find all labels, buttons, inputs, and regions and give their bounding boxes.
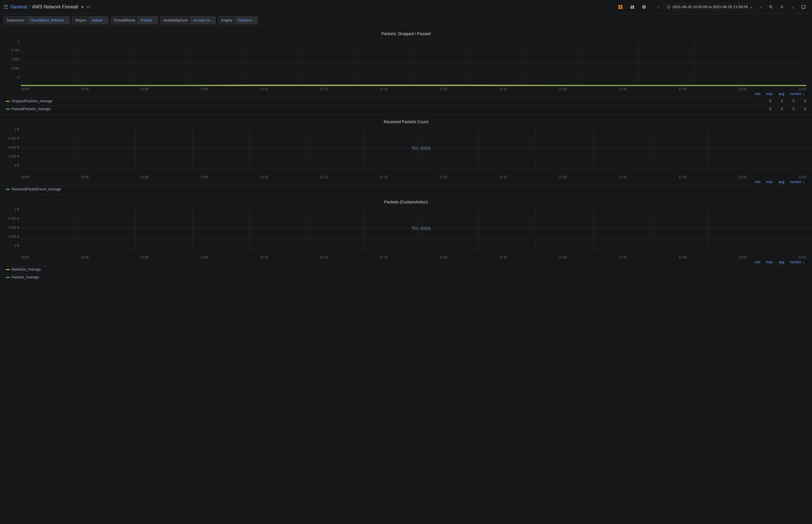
svg-text:No data: No data	[412, 145, 431, 151]
filter-availabilityzone[interactable]: AvailabilityZone us-east-1a ⌄	[160, 16, 216, 24]
filter-firewallname-value[interactable]: firewall ⌄	[138, 16, 158, 24]
chart1-legend-passed: PassedPackets_Average 0 0 0 0	[6, 105, 806, 112]
chart3-x-axis: 10:50 10:55 11:00 11:05 11:10 11:15 11:2…	[6, 256, 806, 259]
add-panel-button[interactable]	[615, 3, 626, 11]
stat2-header-max: max	[766, 180, 773, 184]
filter-firewallname-label: FirewallName	[111, 16, 138, 24]
filter-availabilityzone-value[interactable]: us-east-1a ⌄	[191, 16, 216, 24]
stat2-header-current[interactable]: current ⌄	[790, 180, 805, 184]
stat-header-min: min	[755, 92, 760, 96]
legend-received-label: ReceivedPacketCount_Average	[12, 187, 61, 191]
filter-firewallname[interactable]: FirewallName firewall ⌄	[111, 16, 158, 24]
filter-engine[interactable]: Engine Stateless ⌄	[218, 16, 258, 24]
svg-rect-0	[618, 5, 620, 7]
filter-datasource-label: Datasource	[3, 16, 27, 24]
svg-rect-2	[618, 7, 620, 9]
svg-rect-3	[621, 7, 622, 9]
stat-header-current[interactable]: current ⌄	[790, 92, 805, 96]
refresh-button[interactable]: ↻	[778, 3, 786, 11]
legend-passed-stats: 0 0 0 0	[765, 107, 806, 111]
share-icon[interactable]: ⇄	[87, 4, 91, 10]
chart1-area: 1 0.750 0.500 0.250 0	[6, 39, 806, 86]
main-content: Packets: Dropped / Passed 1 0.750 0.500 …	[0, 27, 812, 283]
chart3-svg: No data	[21, 208, 812, 249]
breadcrumb-current: AWS Network Firewall	[32, 4, 78, 10]
dropped-current: 0	[800, 99, 806, 103]
chart3-inner: No data	[21, 208, 812, 250]
chart2-area: 1 B 0.750 B 0.500 B 0.250 B 0 B	[6, 128, 806, 174]
chart3-stats-header: min max avg current ⌄	[755, 260, 805, 264]
nav-left: ☷ General / AWS Network Firewall ★ ⇄	[3, 4, 613, 10]
chart-received-packets: Received Packets Count 1 B 0.750 B 0.500…	[0, 115, 812, 195]
nav-divider	[652, 3, 652, 11]
legend-bytesout-label: BytesOut_Average	[12, 267, 41, 272]
chart2-y-axis: 1 B 0.750 B 0.500 B 0.250 B 0 B	[6, 128, 21, 167]
legend-bytesout-color	[6, 269, 10, 270]
prev-button[interactable]: ‹	[655, 3, 662, 11]
grid-icon[interactable]: ☷	[3, 4, 8, 10]
dropped-avg: 0	[789, 99, 795, 103]
filter-region-label: Region	[72, 16, 89, 24]
stat2-header-min: min	[755, 180, 760, 184]
star-icon[interactable]: ★	[80, 4, 84, 10]
filter-region[interactable]: Region default ⌄	[72, 16, 109, 24]
filter-availabilityzone-label: AvailabilityZone	[160, 16, 191, 24]
chart2-title: Received Packets Count	[6, 119, 806, 124]
filter-engine-label: Engine	[218, 16, 235, 24]
passed-max: 0	[777, 107, 783, 111]
filter-region-value[interactable]: default ⌄	[89, 16, 109, 24]
svg-text:No data: No data	[412, 225, 431, 231]
legend-bytesout-left: BytesOut_Average	[6, 267, 41, 272]
breadcrumb-sep: /	[29, 4, 30, 10]
legend-packets-left: Packets_Average	[6, 275, 39, 279]
chart1-x-axis: 10:50 10:55 11:00 11:05 11:10 11:15 11:2…	[6, 87, 806, 91]
breadcrumb: General / AWS Network Firewall	[11, 4, 78, 10]
chart-dropped-passed: Packets: Dropped / Passed 1 0.750 0.500 …	[0, 27, 812, 115]
chart2-x-axis: 10:50 10:55 11:00 11:05 11:10 11:15 11:2…	[6, 175, 806, 179]
chart1-svg	[21, 39, 806, 86]
svg-rect-1	[621, 5, 622, 7]
chart1-legend-dropped: DroppedPackets_Average 0 0 0 0	[6, 98, 806, 104]
chart1-y-axis: 1 0.750 0.500 0.250 0	[6, 39, 21, 79]
chart1-title: Packets: Dropped / Passed	[6, 31, 806, 36]
stat3-header-avg: avg	[779, 260, 784, 264]
zoom-out-button[interactable]	[766, 3, 776, 11]
legend-passed-label: PassedPackets_Average	[12, 107, 51, 111]
time-range-button[interactable]: 2021-08-25 10:50:00 to 2021-08-25 11:59:…	[663, 3, 756, 11]
stat-header-max: max	[766, 92, 773, 96]
filter-engine-value[interactable]: Stateless ⌄	[235, 16, 258, 24]
dropped-max: 0	[777, 99, 783, 103]
legend-received-color	[6, 189, 10, 190]
stat2-header-avg: avg	[779, 180, 784, 184]
filter-bar: Datasource CloudWatch_Network ⌄ Region d…	[0, 14, 812, 27]
chart2-inner: No data	[21, 128, 812, 170]
tv-mode-button[interactable]	[799, 3, 809, 11]
legend-packets-label: Packets_Average	[12, 275, 39, 279]
filter-datasource-value[interactable]: CloudWatch_Network ⌄	[27, 16, 70, 24]
chart3-title: Packets (CustomAction)	[6, 200, 806, 204]
chart-custom-action: Packets (CustomAction) 1 B 0.750 B 0.500…	[0, 195, 812, 283]
chart2-stats-header: min max avg current ⌄	[755, 180, 805, 184]
chart3-area: 1 B 0.750 B 0.500 B 0.250 B 0 B	[6, 208, 806, 254]
chart3-y-axis: 1 B 0.750 B 0.500 B 0.250 B 0 B	[6, 208, 21, 247]
chart1-inner	[21, 39, 806, 86]
settings-button[interactable]	[639, 3, 649, 11]
save-button[interactable]	[628, 3, 637, 11]
stat3-header-min: min	[755, 260, 760, 264]
chart3-legend-packets: Packets_Average	[6, 274, 806, 280]
passed-avg: 0	[789, 107, 795, 111]
chart2-svg: No data	[21, 128, 812, 169]
filter-datasource[interactable]: Datasource CloudWatch_Network ⌄	[3, 16, 70, 24]
legend-dropped-label: DroppedPackets_Average	[12, 99, 52, 103]
passed-current: 0	[800, 107, 806, 111]
breadcrumb-general[interactable]: General	[11, 4, 27, 10]
legend-dropped-color	[6, 101, 10, 102]
next-button[interactable]: ›	[758, 3, 764, 11]
legend-received-left: ReceivedPacketCount_Average	[6, 187, 61, 191]
refresh-dropdown-button[interactable]: ⌄	[788, 3, 797, 11]
legend-dropped-left: DroppedPackets_Average	[6, 99, 52, 103]
stat-header-avg: avg	[779, 92, 784, 96]
passed-min: 0	[765, 107, 771, 111]
legend-packets-color	[6, 277, 10, 278]
stat3-header-current[interactable]: current ⌄	[790, 260, 805, 264]
